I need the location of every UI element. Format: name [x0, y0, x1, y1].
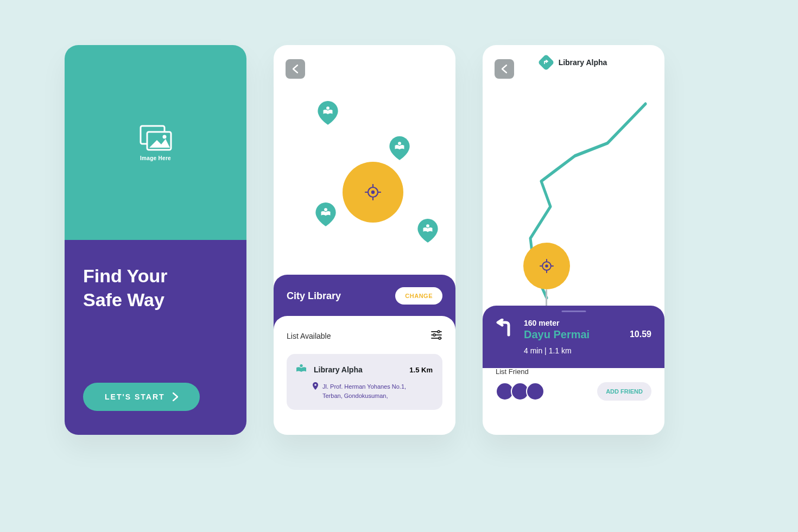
book-icon — [296, 364, 306, 376]
lets-start-button[interactable]: LET'S START — [83, 383, 200, 411]
current-location-marker[interactable] — [523, 243, 570, 289]
chevron-right-icon — [173, 392, 178, 401]
arrival-time: 10.59 — [630, 330, 651, 339]
library-address: Jl. Prof. Herman Yohanes No.1, Terban, G… — [322, 382, 406, 400]
sliders-icon — [430, 329, 442, 341]
crosshair-icon — [540, 259, 554, 273]
back-button[interactable] — [286, 59, 305, 79]
svg-point-11 — [324, 208, 327, 211]
svg-point-20 — [314, 384, 316, 386]
svg-point-19 — [300, 364, 302, 367]
turn-street: Dayu Permai — [524, 328, 590, 341]
pin-icon — [313, 382, 318, 400]
friends-section: List Friend — [496, 368, 544, 401]
friend-avatars[interactable] — [496, 382, 544, 401]
svg-point-9 — [326, 106, 330, 110]
map-list-screen: City Library CHANGE List Available — [274, 45, 455, 435]
onboarding-bottom: Find Your Safe Way LET'S START — [65, 240, 246, 435]
library-pin[interactable] — [416, 219, 440, 243]
drag-handle[interactable] — [561, 311, 586, 312]
hero-image-area: Image Here — [65, 45, 246, 240]
headline-line2: Safe Way — [83, 288, 228, 312]
category-title: City Library — [287, 290, 341, 302]
directions-icon — [537, 54, 554, 71]
library-pin[interactable] — [314, 202, 338, 226]
library-pin[interactable] — [316, 101, 340, 125]
library-card[interactable]: Library Alpha 1.5 Km Jl. Prof. Herman Yo… — [287, 354, 442, 410]
library-distance: 1.5 Km — [409, 366, 433, 374]
svg-point-4 — [371, 191, 375, 194]
current-location-marker[interactable] — [343, 162, 403, 223]
svg-point-16 — [433, 334, 435, 336]
destination-title: Library Alpha — [559, 58, 607, 67]
headline-line1: Find Your — [83, 264, 228, 288]
add-friend-button[interactable]: ADD FRIEND — [597, 382, 651, 401]
crosshair-icon — [365, 184, 381, 200]
svg-point-22 — [545, 264, 548, 268]
chevron-left-icon — [293, 65, 298, 73]
eta-summary: 4 min | 1.1 km — [524, 346, 590, 355]
svg-point-12 — [426, 224, 429, 227]
svg-point-2 — [162, 135, 166, 139]
list-friend-label: List Friend — [496, 368, 544, 376]
image-placeholder-icon: Image Here — [138, 124, 173, 161]
sheet-body: List Available — [274, 316, 455, 423]
library-pin[interactable] — [388, 136, 411, 160]
svg-point-14 — [438, 331, 440, 333]
headline: Find Your Safe Way — [83, 264, 228, 312]
nav-sheet-header[interactable]: 160 meter Dayu Permai 4 min | 1.1 km 10.… — [483, 306, 664, 368]
onboarding-screen: Image Here Find Your Safe Way LET'S STAR… — [65, 45, 246, 435]
image-placeholder-label: Image Here — [140, 155, 171, 161]
svg-point-10 — [398, 142, 401, 145]
turn-left-icon — [496, 319, 514, 339]
lets-start-label: LET'S START — [105, 392, 165, 401]
list-available-label: List Available — [287, 332, 331, 340]
navigation-screen: Library Alpha — [483, 45, 664, 435]
change-button[interactable]: CHANGE — [395, 287, 442, 305]
svg-point-18 — [439, 337, 441, 339]
turn-instructions: 160 meter Dayu Permai 4 min | 1.1 km — [524, 319, 590, 355]
library-name: Library Alpha — [314, 365, 402, 374]
nav-bottom-sheet: 160 meter Dayu Permai 4 min | 1.1 km 10.… — [483, 306, 664, 435]
turn-distance: 160 meter — [524, 319, 590, 327]
bottom-sheet: City Library CHANGE List Available — [274, 275, 455, 435]
avatar[interactable] — [526, 382, 544, 401]
nav-header: Library Alpha — [483, 45, 664, 80]
filter-button[interactable] — [430, 329, 442, 343]
